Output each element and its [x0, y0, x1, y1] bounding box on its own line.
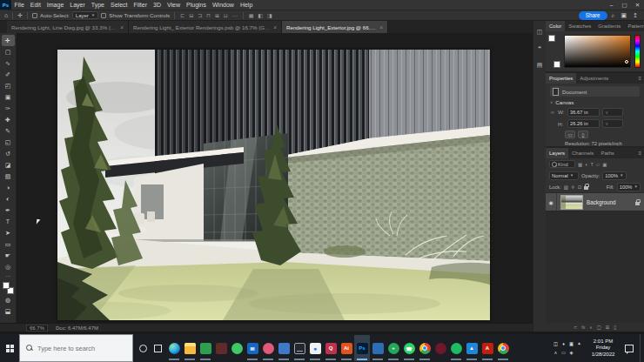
- search-icon[interactable]: ⌕: [610, 12, 617, 19]
- height-unit-field[interactable]: ∨: [602, 119, 623, 128]
- taskbar-app-pink-circle[interactable]: [260, 335, 276, 361]
- taskbar-app-green-circle[interactable]: [229, 335, 245, 361]
- close-icon[interactable]: ✕: [631, 2, 644, 9]
- taskbar-app-chrome[interactable]: [417, 335, 433, 361]
- move-tool[interactable]: ✛: [2, 35, 15, 46]
- taskbar-search[interactable]: [19, 334, 133, 362]
- shape-tool[interactable]: ▭: [2, 238, 15, 250]
- taskbar-app-edge[interactable]: [166, 335, 182, 361]
- tray-icon-6[interactable]: ◈: [569, 350, 573, 355]
- zoom-level-field[interactable]: 66.7%: [26, 325, 48, 332]
- gradient-tool[interactable]: ▧: [2, 171, 15, 182]
- layer-name[interactable]: Background: [587, 199, 616, 205]
- healing-brush-tool[interactable]: ✚: [2, 114, 15, 125]
- hand-tool[interactable]: ☛: [2, 250, 15, 261]
- tab-paths[interactable]: Paths: [597, 148, 617, 158]
- panel-menu-icon[interactable]: ≡: [638, 148, 644, 158]
- menu-edit[interactable]: Edit: [27, 2, 44, 8]
- start-button[interactable]: [0, 334, 19, 362]
- align-top-icon[interactable]: ⊓: [205, 12, 211, 18]
- align-center-icon[interactable]: ⊟: [188, 12, 194, 18]
- tab-color[interactable]: Color: [546, 21, 565, 31]
- foreground-color-swatch[interactable]: [3, 282, 10, 289]
- layer-effects-icon[interactable]: fx: [581, 325, 585, 330]
- tray-chevron-icon[interactable]: ∧: [554, 350, 558, 355]
- tab-properties[interactable]: Properties: [546, 73, 576, 84]
- zoom-tool[interactable]: ◎: [2, 261, 15, 272]
- filter-kind-dropdown[interactable]: Kind: [549, 160, 575, 168]
- fill-dropdown[interactable]: 100% ▼: [617, 183, 641, 191]
- menu-help[interactable]: Help: [237, 2, 255, 8]
- filter-adjustment-layers-icon[interactable]: ◐: [585, 162, 587, 167]
- taskbar-app-google[interactable]: [495, 335, 511, 361]
- tray-icon-2[interactable]: ♦: [562, 341, 565, 346]
- action-center-icon[interactable]: [625, 345, 634, 352]
- tray-icon-4[interactable]: ✦: [577, 341, 580, 346]
- blend-mode-dropdown[interactable]: Normal ▼: [549, 171, 579, 180]
- taskbar-app-green-circle-2[interactable]: [448, 335, 464, 361]
- brush-tool[interactable]: ✎: [2, 125, 15, 137]
- clone-stamp-tool[interactable]: ◱: [2, 137, 15, 148]
- move-tool-icon[interactable]: ✛: [17, 12, 23, 19]
- menu-plugins[interactable]: Plugins: [184, 2, 210, 8]
- opacity-dropdown[interactable]: 100% ▼: [602, 171, 626, 180]
- document-tab-1[interactable]: Rendering Light, Line Dwg.jpg @ 33.3% (L…: [7, 21, 129, 33]
- auto-select-dropdown[interactable]: Layer ▼: [72, 11, 98, 19]
- tray-icon-5[interactable]: ▭: [561, 350, 566, 355]
- height-field[interactable]: 26.26 in: [567, 119, 600, 128]
- taskbar-app-dark-red[interactable]: [213, 335, 229, 361]
- link-dimensions-icon[interactable]: ∞: [550, 110, 555, 115]
- comments-icon[interactable]: ❝: [538, 45, 541, 52]
- frame-tool[interactable]: ▣: [2, 91, 15, 103]
- document-image[interactable]: [57, 50, 490, 320]
- search-input[interactable]: [37, 345, 124, 352]
- lock-position-icon[interactable]: ✛: [571, 184, 575, 190]
- collapse-panels-icon[interactable]: ◫: [537, 29, 543, 36]
- mode-icon-2[interactable]: ◧: [257, 12, 264, 18]
- eraser-tool[interactable]: ◪: [2, 159, 15, 171]
- lock-all-icon[interactable]: [584, 186, 588, 190]
- minimize-icon[interactable]: –: [605, 2, 618, 9]
- menu-window[interactable]: Window: [210, 2, 238, 8]
- tab-adjustments[interactable]: Adjustments: [576, 73, 612, 84]
- taskbar-app-illustrator[interactable]: Ai: [339, 335, 354, 361]
- pen-tool[interactable]: ✒: [2, 204, 15, 216]
- tab-layers[interactable]: Layers: [546, 148, 568, 158]
- align-right-icon[interactable]: ⊐: [197, 12, 203, 18]
- taskbar-app-globe[interactable]: ●: [307, 335, 323, 361]
- filter-type-layers-icon[interactable]: T: [591, 162, 594, 167]
- dodge-tool[interactable]: ◐: [2, 193, 15, 204]
- show-desktop-button[interactable]: [640, 334, 643, 362]
- quick-selection-tool[interactable]: ✐: [2, 69, 15, 80]
- background-color-swatch[interactable]: [553, 61, 560, 68]
- workspace-icon[interactable]: ▣: [620, 12, 629, 19]
- saturation-brightness-field[interactable]: [564, 35, 631, 68]
- lock-transparency-icon[interactable]: ▨: [564, 184, 568, 190]
- filter-smart-objects-icon[interactable]: ▣: [602, 162, 607, 167]
- crop-tool[interactable]: ◰: [2, 80, 15, 91]
- layer-visibility-eye-icon[interactable]: ◉: [546, 193, 557, 211]
- menu-view[interactable]: View: [164, 2, 184, 8]
- share-button[interactable]: Share: [579, 11, 607, 20]
- menu-image[interactable]: Image: [44, 2, 66, 8]
- home-icon[interactable]: ⌂: [4, 12, 8, 18]
- taskbar-app-photos[interactable]: ▲: [464, 335, 480, 361]
- taskbar-app-mail[interactable]: ✉: [245, 335, 260, 361]
- taskbar-app-acrobat[interactable]: A: [480, 335, 495, 361]
- new-layer-icon[interactable]: ⊞: [606, 325, 609, 330]
- quick-mask-icon[interactable]: ◍: [2, 294, 15, 305]
- taskbar-app-blue-tile[interactable]: [276, 335, 292, 361]
- path-selection-tool[interactable]: ➤: [2, 227, 15, 238]
- layer-row-background[interactable]: ◉ Background: [546, 192, 644, 211]
- taskbar-app-red-q[interactable]: Q: [323, 335, 339, 361]
- menu-type[interactable]: Type: [88, 2, 107, 8]
- menu-3d[interactable]: 3D: [151, 2, 164, 8]
- more-options-icon[interactable]: ⋯: [231, 12, 238, 18]
- width-field[interactable]: 36.67 in: [567, 108, 600, 117]
- restore-icon[interactable]: ▢: [618, 2, 631, 9]
- taskbar-app-laptop[interactable]: [292, 335, 307, 361]
- mode-icon-3[interactable]: ◨: [266, 12, 273, 18]
- menu-file[interactable]: File: [11, 2, 27, 8]
- auto-select-checkbox[interactable]: [32, 13, 37, 18]
- tab-patterns[interactable]: Patterns: [624, 21, 644, 31]
